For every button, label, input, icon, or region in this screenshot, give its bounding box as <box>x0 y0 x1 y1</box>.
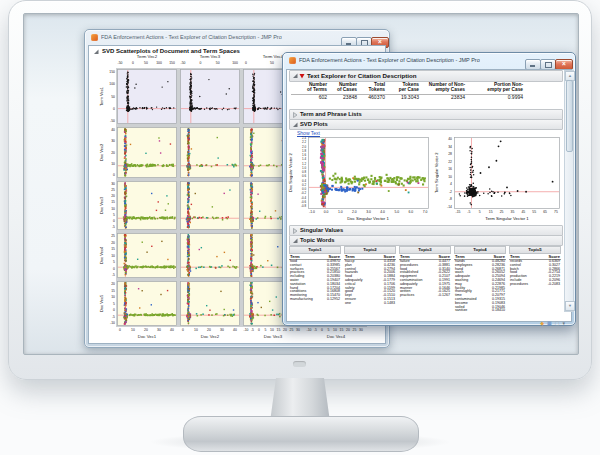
window-title[interactable]: FDA Enforcement Actions - Text Explorer … <box>299 53 480 68</box>
summary-column: Portion Non-empty per Case0.9994 <box>465 82 523 100</box>
axis-tick-label: 30 <box>359 328 363 332</box>
matrix-cell-r3-c2[interactable] <box>180 181 240 230</box>
axis-tick-label: -5 <box>93 315 115 319</box>
matrix-top-axis-label: Term Vec3 <box>180 54 240 59</box>
axis-tick-label: 10 <box>93 254 115 258</box>
matrix-cell-r1-c1[interactable] <box>117 69 177 124</box>
jmp-app-icon <box>289 57 296 64</box>
summary-header-line2: of Terms <box>291 87 327 92</box>
axis-tick-label: 0 <box>93 173 115 177</box>
axis-tick-label: 40 <box>170 328 174 332</box>
axis-tick-label: 20 <box>144 328 148 332</box>
axis-tick-label: 10 <box>131 328 135 332</box>
scrollbar-thumb[interactable] <box>566 80 573 152</box>
axis-tick-label: 16 <box>439 167 452 171</box>
axis-tick-label: -5 <box>93 273 115 277</box>
axis-tick-label: 50 <box>270 61 274 65</box>
caret-icon[interactable]: ▾ <box>562 320 565 326</box>
box-icon[interactable]: ▢ <box>555 320 560 326</box>
axis-tick-label: 15 <box>489 210 493 214</box>
axis-tick-label: 2.0 <box>352 210 357 214</box>
doc-svd-plot[interactable] <box>308 137 429 209</box>
topic-name-header: Topic3 <box>399 246 451 254</box>
summary-header-line2: of Cases <box>327 87 357 92</box>
axis-tick-label: 4 <box>439 182 452 186</box>
disclosure-open-icon[interactable] <box>292 122 298 128</box>
matrix-cell-r5-c1[interactable] <box>117 281 177 326</box>
matrix-cell-r4-c2[interactable] <box>180 233 240 278</box>
window-text-explorer[interactable]: FDA Enforcement Actions - Text Explorer … <box>282 52 576 326</box>
matrix-cell-r1-c2[interactable] <box>180 69 240 124</box>
axis-tick-label: 100 <box>156 61 162 65</box>
summary-header-line2: Tokens <box>357 87 385 92</box>
summary-value: 23834 <box>419 94 465 100</box>
grid-icon[interactable]: ▦ <box>547 320 552 326</box>
disclosure-closed-icon[interactable] <box>292 112 298 118</box>
axis-tick-label: 25 <box>290 328 294 332</box>
outline-root-header[interactable]: Text Explorer for Citation Description <box>289 70 563 82</box>
axis-tick-label: 34 <box>439 145 452 149</box>
topic-table-Topic5: Topic5TermScorerecords0.6369control0.302… <box>509 246 561 311</box>
axis-tick-label: 10 <box>333 328 337 332</box>
axis-tick-label: 0 <box>132 61 134 65</box>
axis-tick-label: 35 <box>511 210 515 214</box>
matrix-cell-r5-c2[interactable] <box>180 281 240 326</box>
summary-value: 19.3043 <box>385 94 419 100</box>
red-triangle-menu-icon[interactable] <box>299 73 305 79</box>
scroll-down-arrow-icon[interactable]: ▼ <box>565 301 575 311</box>
axis-tick-label: 5 <box>328 328 330 332</box>
status-icons: ◆▦▢▾ <box>537 311 565 329</box>
matrix-cell-r4-c1[interactable] <box>117 233 177 278</box>
minimize-icon <box>530 65 535 67</box>
summary-header-rule <box>291 94 523 95</box>
vertical-scrollbar[interactable]: ▲ ▼ <box>564 70 574 312</box>
axis-tick-label: 10 <box>93 207 115 211</box>
disclosure-open-icon[interactable] <box>292 238 298 244</box>
axis-tick-label: 25 <box>93 234 115 238</box>
summary-column: Tokensper Case19.3043 <box>385 82 419 100</box>
axis-tick-label: 15 <box>93 289 115 293</box>
axis-tick-label: 30 <box>296 328 300 332</box>
topic-row: manufacturing0.12952 <box>289 298 341 302</box>
axis-tick-label: 5 <box>93 260 115 264</box>
summary-value: 460370 <box>357 94 385 100</box>
term-svd-plot[interactable] <box>454 137 560 209</box>
section-svd-plots[interactable]: SVD Plots <box>289 119 563 130</box>
monitor-stand-base <box>183 416 419 452</box>
axis-tick-label: 20 <box>93 282 115 286</box>
topic-term: sanitize <box>455 309 467 311</box>
monitor-screen: FDA Enforcement Actions - Text Explorer … <box>23 13 579 355</box>
window-title[interactable]: FDA Enforcement Actions - Text Explorer … <box>101 30 282 45</box>
term-plot-xlabel: Term Singular Vector 1 <box>467 216 547 221</box>
close-icon: × <box>556 60 572 68</box>
diamond-icon[interactable]: ◆ <box>540 320 544 326</box>
axis-tick-label: 5.0 <box>394 210 399 214</box>
section-label: Singular Values <box>300 226 343 235</box>
show-text-link[interactable]: Show Text <box>297 130 320 136</box>
power-button[interactable] <box>293 361 306 367</box>
axis-tick-label: 5 <box>93 213 115 217</box>
matrix-cell-r2-c1[interactable] <box>117 127 177 178</box>
axis-tick-label: -2 <box>439 190 452 194</box>
topic-name-header: Topic2 <box>344 246 396 254</box>
matrix-cell-r3-c1[interactable] <box>117 181 177 230</box>
section-topic-words[interactable]: Topic Words <box>289 235 563 246</box>
axis-tick-label: 100 <box>93 82 115 86</box>
matrix-cell-r2-c2[interactable] <box>180 127 240 178</box>
summary-column: Number of Non-empty Cases23834 <box>419 82 465 100</box>
disclosure-open-icon[interactable] <box>292 73 298 79</box>
topic-score: -0.1267 <box>438 294 450 298</box>
axis-tick-label: -50 <box>118 61 123 65</box>
axis-tick-label: 2.2 <box>293 141 306 144</box>
summary-column: TotalTokens460370 <box>357 82 385 100</box>
matrix-top-axis-label: Term Vec2 <box>117 54 177 59</box>
disclosure-open-icon[interactable] <box>93 49 99 55</box>
axis-tick-label: 20 <box>207 328 211 332</box>
disclosure-closed-icon[interactable] <box>292 228 298 234</box>
axis-tick-label: 40 <box>439 137 452 141</box>
topic-table-Topic4: Topic4TermScorehands0.48280employees0.28… <box>454 246 506 311</box>
topic-score: -0.2083 <box>548 283 560 287</box>
axis-tick-label: -5 <box>314 328 317 332</box>
topic-term: practices <box>400 294 414 298</box>
axis-tick-label: 1.0 <box>338 210 343 214</box>
